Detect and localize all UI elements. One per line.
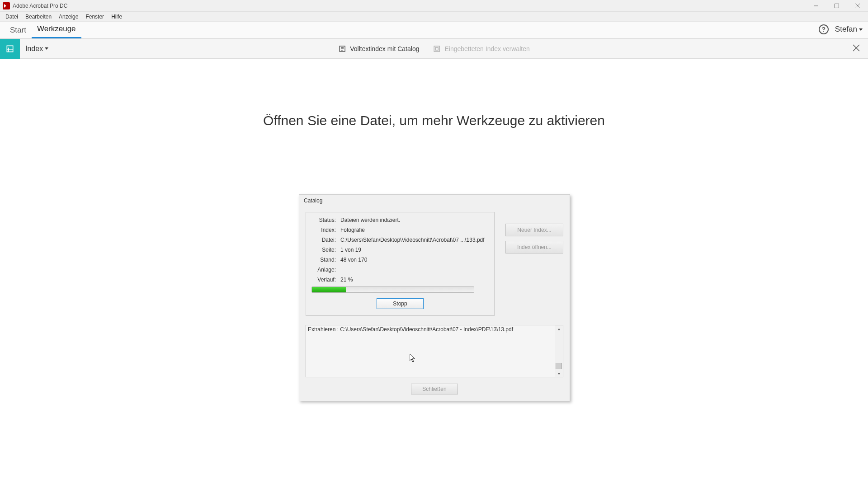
svg-rect-11	[434, 46, 439, 52]
action-eingebetteten-index: Eingebetteten Index verwalten	[433, 45, 529, 53]
app-icon	[3, 2, 10, 9]
embedded-index-icon	[433, 45, 441, 53]
log-line: Extrahieren : C:\Users\Stefan\Desktop\Vi…	[308, 326, 513, 333]
menu-datei[interactable]: Datei	[2, 13, 22, 21]
catalog-dialog: Catalog Status:Dateien werden indiziert.…	[299, 194, 570, 401]
tab-werkzeuge[interactable]: Werkzeuge	[32, 22, 81, 38]
page-headline: Öffnen Sie eine Datei, um mehr Werkzeuge…	[0, 113, 868, 128]
stop-button[interactable]: Stopp	[377, 298, 424, 309]
action-label: Eingebetteten Index verwalten	[444, 45, 529, 52]
value-verlauf: 21 %	[340, 277, 489, 283]
minimize-button[interactable]	[806, 0, 826, 12]
user-menu[interactable]: Stefan	[835, 25, 863, 34]
menu-bearbeiten[interactable]: Bearbeiten	[22, 13, 55, 21]
main-area: Öffnen Sie eine Datei, um mehr Werkzeuge…	[0, 113, 868, 488]
help-icon[interactable]: ?	[819, 24, 829, 34]
caret-down-icon	[859, 28, 863, 31]
menubar: Datei Bearbeiten Anzeige Fenster Hilfe	[0, 12, 868, 22]
value-seite: 1 von 19	[340, 247, 489, 253]
close-window-button[interactable]	[847, 0, 868, 12]
label-anlage: Anlage:	[311, 267, 336, 273]
maximize-button[interactable]	[826, 0, 847, 12]
svg-rect-1	[835, 4, 839, 8]
value-anlage	[340, 267, 489, 273]
tab-start[interactable]: Start	[5, 23, 32, 38]
toolbar: Index Volltextindex mit Catalog Eingebet…	[0, 39, 868, 59]
label-stand: Stand:	[311, 257, 336, 263]
window-controls	[806, 0, 868, 12]
label-seite: Seite:	[311, 247, 336, 253]
label-verlauf: Verlauf:	[311, 277, 336, 283]
tabbar: Start Werkzeuge ? Stefan	[0, 22, 868, 39]
value-index: Fotografie	[340, 227, 489, 233]
status-panel: Status:Dateien werden indiziert. Index:F…	[306, 212, 495, 316]
titlebar: Adobe Acrobat Pro DC	[0, 0, 868, 12]
progress-fill	[312, 287, 346, 292]
scroll-down-icon[interactable]: ▾	[557, 370, 561, 377]
tool-index-icon	[0, 39, 20, 59]
scroll-up-icon[interactable]: ▴	[557, 325, 561, 332]
menu-fenster[interactable]: Fenster	[82, 13, 108, 21]
tool-dropdown[interactable]: Index	[25, 45, 48, 53]
app-title: Adobe Acrobat Pro DC	[13, 3, 67, 9]
value-datei: C:\Users\Stefan\Desktop\Videoschnitt\Acr…	[340, 237, 489, 243]
close-dialog-button: Schließen	[411, 384, 458, 394]
menu-anzeige[interactable]: Anzeige	[55, 13, 82, 21]
menu-hilfe[interactable]: Hilfe	[108, 13, 126, 21]
user-name: Stefan	[835, 25, 857, 34]
dialog-title: Catalog	[299, 195, 570, 206]
scroll-thumb[interactable]	[556, 363, 562, 369]
action-volltextindex[interactable]: Volltextindex mit Catalog	[338, 45, 419, 53]
value-status: Dateien werden indiziert.	[340, 217, 489, 223]
log-output: Extrahieren : C:\Users\Stefan\Desktop\Vi…	[306, 325, 563, 377]
new-index-button: Neuer Index...	[505, 224, 563, 236]
label-index: Index:	[311, 227, 336, 233]
caret-down-icon	[45, 47, 48, 50]
label-datei: Datei:	[311, 237, 336, 243]
close-tool-button[interactable]	[853, 44, 860, 53]
progress-bar	[311, 286, 474, 293]
tool-name-label: Index	[25, 45, 43, 53]
svg-rect-12	[435, 47, 438, 50]
action-label: Volltextindex mit Catalog	[350, 45, 419, 52]
label-status: Status:	[311, 217, 336, 223]
open-index-button: Index öffnen...	[505, 241, 563, 253]
catalog-icon	[338, 45, 346, 53]
log-scrollbar[interactable]: ▴ ▾	[555, 325, 563, 377]
value-stand: 48 von 170	[340, 257, 489, 263]
